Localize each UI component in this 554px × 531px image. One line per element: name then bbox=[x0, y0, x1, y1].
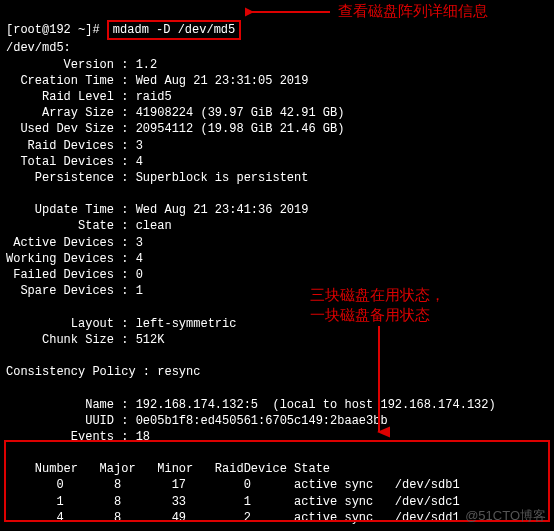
shell-prompt: [root@192 ~]# mdadm -D /dev/md5 bbox=[6, 23, 241, 37]
annotation-top: 查看磁盘阵列详细信息 bbox=[338, 2, 488, 21]
row-raid-level: Raid Level : raid5 bbox=[6, 90, 172, 104]
row-creation-time: Creation Time : Wed Aug 21 23:31:05 2019 bbox=[6, 74, 308, 88]
row-name: Name : 192.168.174.132:5 (local to host … bbox=[6, 398, 496, 412]
row-chunk-size: Chunk Size : 512K bbox=[6, 333, 164, 347]
row-layout: Layout : left-symmetric bbox=[6, 317, 236, 331]
row-persistence: Persistence : Superblock is persistent bbox=[6, 171, 308, 185]
command-highlight-box: mdadm -D /dev/md5 bbox=[107, 20, 241, 40]
row-update-time: Update Time : Wed Aug 21 23:41:36 2019 bbox=[6, 203, 308, 217]
row-state: State : clean bbox=[6, 219, 172, 233]
prompt-text: [root@192 ~]# bbox=[6, 23, 107, 37]
row-consistency-policy: Consistency Policy : resync bbox=[6, 365, 200, 379]
row-used-dev-size: Used Dev Size : 20954112 (19.98 GiB 21.4… bbox=[6, 122, 344, 136]
row-raid-devices: Raid Devices : 3 bbox=[6, 139, 143, 153]
command-text: mdadm -D /dev/md5 bbox=[113, 23, 235, 37]
watermark: @51CTO博客 bbox=[465, 507, 546, 525]
row-version: Version : 1.2 bbox=[6, 58, 157, 72]
row-active-devices: Active Devices : 3 bbox=[6, 236, 143, 250]
row-total-devices: Total Devices : 4 bbox=[6, 155, 143, 169]
row-array-size: Array Size : 41908224 (39.97 GiB 42.91 G… bbox=[6, 106, 344, 120]
row-working-devices: Working Devices : 4 bbox=[6, 252, 143, 266]
row-failed-devices: Failed Devices : 0 bbox=[6, 268, 143, 282]
row-spare-devices: Spare Devices : 1 bbox=[6, 284, 143, 298]
device-header: /dev/md5: bbox=[6, 41, 71, 55]
row-uuid: UUID : 0e05b1f8:ed450561:6705c149:2baae3… bbox=[6, 414, 388, 428]
annotation-mid-line1: 三块磁盘在用状态， bbox=[310, 286, 445, 305]
annotation-mid-line2: 一块磁盘备用状态 bbox=[310, 306, 430, 325]
